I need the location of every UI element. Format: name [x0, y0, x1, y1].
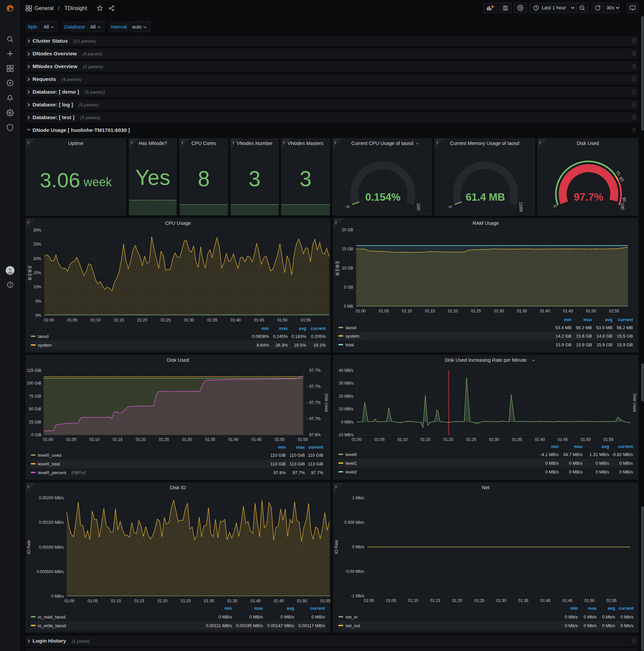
svg-text:01:25: 01:25 — [471, 309, 481, 313]
svg-text:01:15: 01:15 — [114, 318, 124, 322]
svg-text:97.7%: 97.7% — [309, 400, 321, 405]
svg-text:15%: 15% — [33, 271, 41, 275]
svg-text:100: 100 — [620, 203, 625, 210]
svg-text:01:15: 01:15 — [134, 599, 144, 603]
svg-text:01:55: 01:55 — [300, 318, 311, 322]
svg-text:Disk Used: Disk Used — [632, 394, 637, 412]
svg-text:01:45: 01:45 — [254, 318, 264, 322]
svg-text:5%: 5% — [36, 299, 41, 304]
svg-text:01:40: 01:40 — [540, 309, 550, 313]
svg-text:50 GiB: 50 GiB — [29, 407, 41, 411]
svg-text:01:10: 01:10 — [397, 437, 408, 442]
svg-text:01:15: 01:15 — [113, 437, 123, 442]
svg-text:01:55: 01:55 — [320, 599, 330, 603]
svg-text:97.7%: 97.7% — [309, 368, 321, 373]
svg-text:01:20: 01:20 — [443, 437, 453, 442]
svg-text:0.00150 MB/s: 0.00150 MB/s — [39, 520, 64, 525]
svg-text:0 MB/s: 0 MB/s — [341, 420, 354, 425]
svg-text:97.7%: 97.7% — [309, 384, 321, 389]
svg-text:01:25: 01:25 — [466, 437, 476, 442]
svg-text:01:20: 01:20 — [448, 309, 458, 313]
svg-text:01:35: 01:35 — [518, 598, 528, 603]
svg-text:IO Rate: IO Rate — [334, 540, 339, 554]
svg-text:01:05: 01:05 — [67, 318, 77, 322]
svg-text:0: 0 — [345, 205, 351, 209]
svg-text:01:30: 01:30 — [182, 437, 192, 442]
svg-text:01:20: 01:20 — [137, 318, 147, 322]
svg-text:0 MB: 0 MB — [344, 304, 353, 309]
svg-text:01:35: 01:35 — [207, 318, 217, 322]
svg-text:01:35: 01:35 — [517, 309, 527, 313]
svg-text:01:55: 01:55 — [604, 437, 613, 442]
svg-text:01:10: 01:10 — [90, 437, 100, 442]
svg-text:01:25: 01:25 — [181, 599, 191, 603]
svg-text:01:25: 01:25 — [474, 598, 484, 603]
svg-text:01:45: 01:45 — [563, 309, 573, 313]
svg-text:01:30: 01:30 — [204, 599, 214, 603]
svg-text:01:55: 01:55 — [298, 437, 308, 442]
svg-text:01:20: 01:20 — [452, 598, 462, 603]
svg-text:-10 MB/s: -10 MB/s — [337, 433, 354, 437]
svg-text:20 MB/s: 20 MB/s — [339, 394, 354, 399]
svg-text:0: 0 — [448, 205, 453, 209]
svg-text:0 MB/s: 0 MB/s — [51, 594, 64, 599]
svg-text:01:30: 01:30 — [494, 309, 504, 313]
svg-text:0.00100 MB/s: 0.00100 MB/s — [39, 545, 64, 550]
svg-text:10 GB: 10 GB — [342, 266, 353, 271]
svg-text:01:40: 01:40 — [540, 598, 550, 603]
svg-text:01:25: 01:25 — [161, 318, 171, 322]
svg-text:0 Mb/s: 0 Mb/s — [352, 545, 364, 549]
svg-text:25%: 25% — [33, 242, 41, 247]
svg-text:01:10: 01:10 — [111, 599, 121, 603]
svg-text:75 GiB: 75 GiB — [29, 394, 41, 399]
svg-text:01:05: 01:05 — [386, 598, 396, 603]
svg-text:20 GB: 20 GB — [342, 227, 353, 232]
svg-text:01:40: 01:40 — [251, 599, 261, 603]
svg-text:100 GiB: 100 GiB — [27, 381, 41, 385]
svg-text:01:35: 01:35 — [227, 599, 237, 603]
svg-text:01:50: 01:50 — [297, 599, 307, 603]
svg-text:01:05: 01:05 — [66, 437, 76, 442]
svg-text:01:45: 01:45 — [562, 598, 573, 603]
svg-text:0: 0 — [552, 204, 558, 208]
svg-text:01:10: 01:10 — [402, 309, 412, 313]
svg-text:01:20: 01:20 — [157, 599, 167, 603]
svg-text:01:50: 01:50 — [584, 598, 594, 603]
svg-text:01:05: 01:05 — [88, 599, 98, 603]
svg-text:1589: 1589 — [518, 202, 523, 212]
svg-text:01:30: 01:30 — [184, 318, 194, 322]
svg-text:0 GiB: 0 GiB — [31, 433, 41, 437]
svg-text:01:15: 01:15 — [420, 437, 430, 442]
svg-text:01:45: 01:45 — [274, 599, 284, 603]
svg-text:01:55: 01:55 — [609, 309, 619, 313]
svg-text:01:25: 01:25 — [159, 437, 169, 442]
svg-text:01:50: 01:50 — [581, 437, 591, 442]
svg-text:01:00: 01:00 — [356, 309, 366, 313]
svg-text:01:35: 01:35 — [205, 437, 215, 442]
svg-text:01:30: 01:30 — [489, 437, 499, 442]
svg-text:10%: 10% — [33, 285, 41, 289]
svg-text:01:15: 01:15 — [430, 598, 440, 603]
svg-text:01:30: 01:30 — [496, 598, 506, 603]
svg-text:0%: 0% — [36, 313, 41, 318]
svg-text:1 Mb/s: 1 Mb/s — [352, 496, 364, 500]
svg-text:01:20: 01:20 — [136, 437, 146, 442]
svg-text:Disk Used: Disk Used — [324, 394, 329, 412]
svg-text:01:10: 01:10 — [91, 318, 101, 322]
svg-text:01:40: 01:40 — [231, 318, 241, 322]
svg-text:97.6%: 97.6% — [309, 433, 321, 437]
svg-text:30%: 30% — [33, 228, 41, 232]
svg-text:100: 100 — [416, 203, 421, 210]
svg-text:-1 Mb/s: -1 Mb/s — [351, 594, 364, 598]
svg-text:30 MB/s: 30 MB/s — [339, 381, 354, 385]
svg-text:125 GiB: 125 GiB — [27, 368, 41, 373]
svg-text:01:00: 01:00 — [64, 599, 74, 603]
svg-text:01:05: 01:05 — [375, 437, 385, 442]
svg-text:0.000500 MB/s: 0.000500 MB/s — [37, 569, 64, 574]
svg-text:-0.50 Mb/s: -0.50 Mb/s — [345, 569, 364, 574]
svg-text:01:55: 01:55 — [606, 598, 616, 603]
svg-text:01:00: 01:00 — [352, 437, 362, 442]
svg-text:01:10: 01:10 — [408, 598, 418, 603]
svg-text:01:00: 01:00 — [43, 437, 53, 442]
svg-text:10 MB/s: 10 MB/s — [339, 407, 354, 411]
